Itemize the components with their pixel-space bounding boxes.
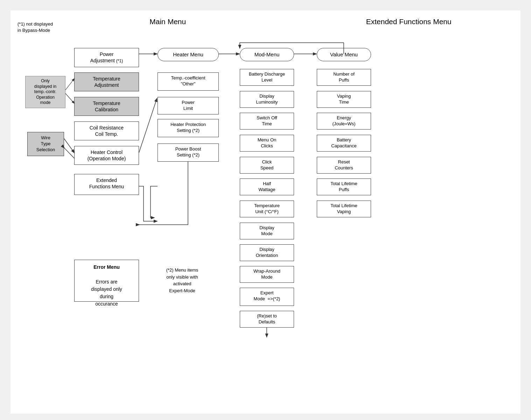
expert-mode-box: ExpertMode =>(*2): [240, 288, 294, 306]
temp-coefficient-box: Temp.-coefficient"Other": [158, 72, 219, 91]
switch-off-time-box: Switch OffTime: [240, 113, 294, 130]
temperature-unit-box: TemperatureUnit (°C/°F): [240, 201, 294, 217]
number-of-puffs-box: Number ofPuffs: [317, 69, 371, 86]
coil-resistance-box: Coil ResistanceCoil Temp.: [74, 121, 139, 140]
svg-line-1: [139, 99, 157, 153]
power-adjustment-box: PowerAdjustment (*1): [74, 48, 139, 67]
temperature-calibration-box: TemperatureCalibration: [74, 97, 139, 116]
reset-defaults-box: (Re)set toDefaults: [240, 311, 294, 328]
svg-line-5: [64, 139, 74, 153]
only-displayed-note: Onlydisplayed intemp.-contr.Operationmod…: [25, 76, 65, 108]
menu-on-clicks-box: Menu OnClicks: [240, 135, 294, 152]
battery-discharge-box: Battery DischargeLevel: [240, 69, 294, 86]
efm-title: Extended Functions Menu: [366, 18, 452, 26]
display-orientation-box: DisplayOrientation: [240, 244, 294, 261]
svg-line-8: [65, 93, 74, 103]
total-lifetime-puffs-box: Total LifetimePuffs: [317, 178, 371, 195]
wire-type-selection-box: Wire Type Selection: [27, 132, 64, 156]
battery-capacitance-box: BatteryCapacitance: [317, 135, 371, 152]
temperature-adjustment-box: TemperatureAdjustment: [74, 72, 139, 91]
extended-functions-menu-box: ExtendedFunctions Menu: [74, 174, 139, 195]
main-menu-title: Main Menu: [149, 18, 186, 26]
heater-menu-title: Heater Menu: [158, 48, 219, 61]
heater-control-box: Heater Control(Operation Mode): [74, 146, 139, 165]
total-lifetime-vaping-box: Total LifetimeVaping: [317, 201, 371, 217]
reset-counters-box: ResetCounters: [317, 157, 371, 174]
half-wattage-box: HalfWattage: [240, 178, 294, 195]
vaping-time-box: VapingTime: [317, 91, 371, 108]
mod-menu-title: Mod-Menu: [240, 48, 294, 61]
error-menu-box: Error Menu Errors aredisplayed onlydurin…: [74, 260, 139, 302]
display-luminosity-box: DisplayLuminosity: [240, 91, 294, 108]
power-limit-box: PowerLimit: [158, 97, 219, 114]
diagram-container: Main Menu Extended Functions Menu (*1) n…: [11, 10, 520, 414]
power-boost-box: Power BoostSetting (*2): [158, 144, 219, 162]
click-speed-box: ClickSpeed: [240, 157, 294, 174]
display-mode-box: DisplayMode: [240, 223, 294, 239]
svg-line-7: [65, 79, 74, 90]
energy-box: Energy(Joule=Ws): [317, 113, 371, 130]
star2-note: (*2) Menu itemsonly visible withactivate…: [153, 267, 211, 294]
heater-protection-box: Heater ProtectionSetting (*2): [158, 119, 219, 137]
svg-line-6: [64, 148, 74, 158]
value-menu-title: Value Menu: [317, 48, 371, 61]
wrap-around-box: Wrap-AroundMode: [240, 266, 294, 283]
